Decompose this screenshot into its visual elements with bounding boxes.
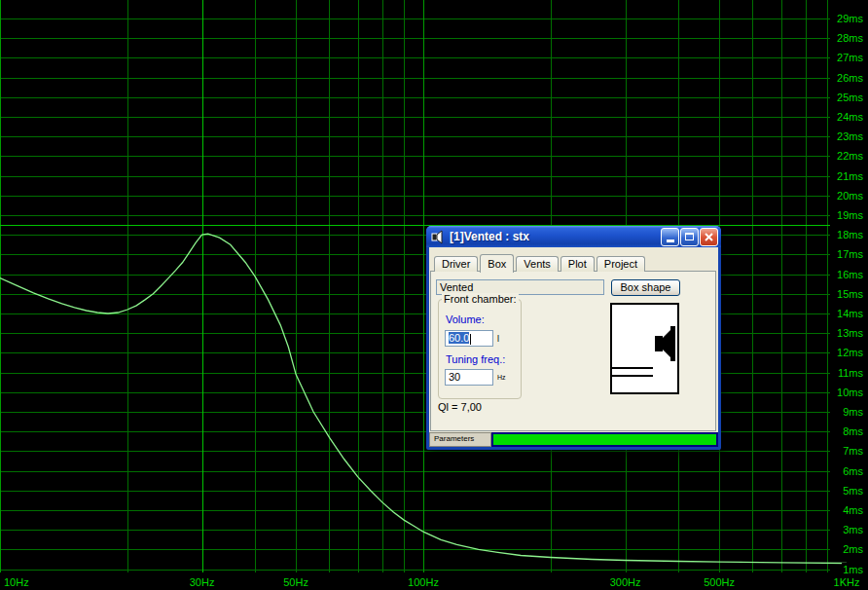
y-axis-label: 24ms <box>836 110 864 124</box>
y-axis-label: 17ms <box>836 247 864 261</box>
x-axis-label: 300Hz <box>608 576 643 589</box>
status-strip: Parameters <box>429 432 718 447</box>
tab-bar: DriverBoxVentsPlotProject <box>434 254 647 272</box>
tab-box[interactable]: Box <box>480 254 514 273</box>
tab-vents[interactable]: Vents <box>516 256 559 272</box>
tab-driver[interactable]: Driver <box>434 256 478 272</box>
volume-unit-label: l <box>497 334 499 344</box>
y-axis-label: 3ms <box>842 523 864 536</box>
front-chamber-legend: Front chamber: <box>442 293 519 306</box>
y-axis-label: 13ms <box>836 326 864 340</box>
volume-label: Volume: <box>446 313 485 326</box>
y-axis-label: 2ms <box>842 542 864 556</box>
y-axis-label: 25ms <box>836 91 864 104</box>
y-axis-label: 22ms <box>836 149 864 163</box>
x-axis-label: 10Hz <box>2 576 31 589</box>
front-chamber-groupbox: Front chamber: Volume: 60.0 l Tuning fre… <box>438 299 522 399</box>
volume-input[interactable]: 60.0 <box>445 330 493 347</box>
x-axis-label: 500Hz <box>702 576 737 589</box>
vented-box-window: [1]Vented : stx DriverBoxVentsPlotProjec… <box>426 226 721 450</box>
box-shape-button[interactable]: Box shape <box>611 279 680 296</box>
speaker-sim-app: 29ms28ms27ms26ms25ms24ms23ms22ms21ms20ms… <box>0 0 868 590</box>
y-axis-label: 29ms <box>836 12 864 25</box>
y-axis-label: 16ms <box>836 268 864 281</box>
y-axis-label: 18ms <box>836 228 864 241</box>
parameters-tab[interactable]: Parameters <box>429 432 491 447</box>
x-axis-label: 100Hz <box>406 576 441 589</box>
y-axis-label: 8ms <box>842 424 864 438</box>
close-icon <box>704 232 714 242</box>
speaker-icon <box>655 326 675 361</box>
volume-value: 60.0 <box>449 332 469 344</box>
y-axis-label: 7ms <box>842 444 864 458</box>
app-icon <box>431 230 446 244</box>
y-axis-label: 14ms <box>836 307 864 320</box>
tuning-freq-label: Tuning freq.: <box>446 353 505 366</box>
y-axis-label: 9ms <box>842 405 864 419</box>
maximize-button[interactable] <box>680 228 699 246</box>
vent-port-icon <box>612 368 653 376</box>
y-axis-label: 27ms <box>836 51 864 64</box>
y-axis-label: 6ms <box>842 464 864 478</box>
text-caret <box>470 334 471 345</box>
y-axis-label: 26ms <box>836 71 864 85</box>
box-shape-preview <box>610 303 679 394</box>
window-title: [1]Vented : stx <box>450 230 660 243</box>
tuning-unit-label: Hz <box>497 374 506 381</box>
y-axis-label: 4ms <box>842 503 864 517</box>
y-axis-label: 15ms <box>836 287 864 301</box>
y-axis-label: 1ms <box>842 563 864 576</box>
y-axis-label: 11ms <box>837 366 864 380</box>
x-axis-label: 50Hz <box>281 576 310 589</box>
close-button[interactable] <box>700 228 718 246</box>
tuning-freq-input[interactable]: 30 <box>445 369 493 386</box>
y-axis-label: 21ms <box>836 169 864 183</box>
progress-bar <box>493 434 716 445</box>
y-axis-label: 19ms <box>836 208 864 222</box>
minimize-button[interactable] <box>661 228 679 246</box>
y-axis-label: 28ms <box>836 31 864 45</box>
y-axis-label: 23ms <box>836 129 864 143</box>
window-titlebar[interactable]: [1]Vented : stx <box>426 226 721 247</box>
x-axis-label: 30Hz <box>188 576 217 589</box>
minimize-icon <box>667 240 674 242</box>
x-axis-label: 1KHz <box>832 576 862 589</box>
window-body: DriverBoxVentsPlotProject Vented Box sha… <box>429 247 718 447</box>
y-axis-label: 12ms <box>836 346 864 359</box>
tab-project[interactable]: Project <box>597 256 645 272</box>
y-axis-label: 5ms <box>842 484 864 498</box>
ql-value-text: Ql = 7,00 <box>438 401 482 413</box>
maximize-icon <box>685 233 694 240</box>
tab-plot[interactable]: Plot <box>561 256 595 272</box>
y-axis-label: 10ms <box>836 386 864 399</box>
y-axis-label: 20ms <box>836 189 864 203</box>
